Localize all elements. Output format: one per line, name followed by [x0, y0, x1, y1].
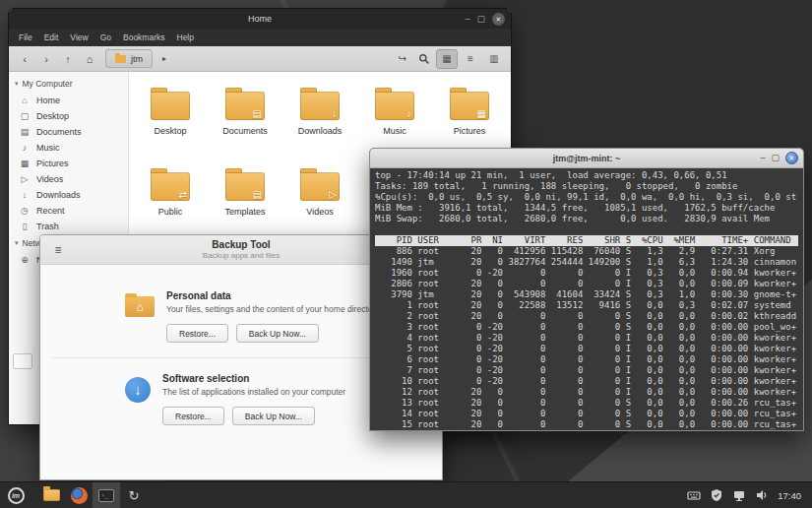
- sidebar-item-label: Music: [36, 143, 60, 153]
- backup-personal-button[interactable]: Back Up Now...: [236, 324, 319, 343]
- sidebar-view-toggle[interactable]: [13, 353, 32, 369]
- breadcrumb-label: jtm: [131, 54, 143, 64]
- backup-tool-subtitle: Backup apps and files: [203, 251, 280, 260]
- taskbar: lm ›_ ↻ 17:40: [0, 481, 812, 508]
- network-icon[interactable]: [732, 488, 746, 502]
- home-button[interactable]: ⌂: [80, 49, 99, 69]
- folder-item[interactable]: Desktop: [133, 82, 208, 162]
- back-button[interactable]: ‹: [15, 49, 34, 69]
- sidebar-item[interactable]: ▢ Desktop: [9, 108, 128, 124]
- restore-personal-button[interactable]: Restore...: [166, 324, 228, 343]
- restore-software-button[interactable]: Restore...: [162, 407, 224, 425]
- folder-item[interactable]: ↓ Downloads: [282, 82, 357, 162]
- location-entry-toggle-icon[interactable]: ↪: [393, 49, 412, 69]
- up-button[interactable]: ↑: [58, 49, 78, 69]
- file-manager-titlebar[interactable]: Home – ▢ ✕: [9, 9, 511, 29]
- close-button[interactable]: ✕: [492, 13, 505, 26]
- process-row: 14 root 20 0 0 0 0 S 0,0 0,0 0:00.00 rcu…: [375, 409, 798, 419]
- button-row: Restore... Back Up Now...: [162, 407, 345, 425]
- hamburger-menu-icon[interactable]: ≡: [48, 240, 68, 260]
- menu-item[interactable]: View: [64, 31, 94, 44]
- process-row: 3790 jtm 20 0 543908 41604 33424 S 0,3 1…: [375, 289, 798, 300]
- process-row: 3 root 0 -20 0 0 0 S 0,0 0,0 0:00.00 poo…: [375, 322, 798, 333]
- terminal-line: %Cpu(s): 0,0 us, 0,5 sy, 0,0 ni, 99,1 id…: [375, 192, 798, 203]
- folder-icon: ♪: [375, 92, 414, 120]
- sidebar-item[interactable]: ▷ Videos: [9, 171, 128, 187]
- backup-software-button[interactable]: Back Up Now...: [232, 407, 315, 425]
- backup-tool-title: Backup Tool: [212, 239, 270, 251]
- terminal-icon: ›_: [98, 489, 114, 502]
- top-process-table-header: PID USER PR NI VIRT RES SHR S %CPU %MEM …: [375, 235, 798, 246]
- folder-emblem-icon: ▤: [253, 189, 262, 200]
- minimize-button[interactable]: –: [465, 15, 469, 24]
- menubar: FileEditViewGoBookmarksHelp: [9, 29, 511, 46]
- compact-view-button[interactable]: ▥: [483, 49, 505, 69]
- window-controls: – ▢ ✕: [465, 9, 505, 29]
- firefox-launcher-button[interactable]: [65, 482, 93, 508]
- window-controls: – ▢ ✕: [760, 149, 798, 167]
- place-icon: ▢: [19, 111, 31, 121]
- folder-icon: ↓: [300, 92, 340, 120]
- sidebar-item[interactable]: ♪ Music: [9, 140, 128, 156]
- search-icon[interactable]: [414, 49, 434, 69]
- top-summary: top - 17:40:14 up 21 min, 1 user, load a…: [375, 170, 798, 235]
- volume-icon[interactable]: [755, 488, 769, 502]
- process-row: 1490 jtm 20 0 3827764 254444 149200 S 1,…: [375, 257, 798, 268]
- sidebar-item[interactable]: ▦ Pictures: [9, 156, 128, 171]
- terminal-window: jtm@jtm-mint: ~ – ▢ ✕ top - 17:40:14 up …: [369, 148, 804, 431]
- process-row: 4 root 0 -20 0 0 0 I 0,0 0,0 0:00.00 kwo…: [375, 333, 798, 344]
- place-icon: ♪: [19, 143, 31, 153]
- place-icon: ▤: [19, 127, 31, 137]
- menu-item[interactable]: File: [13, 31, 38, 44]
- home-icon: ⌂: [125, 296, 155, 317]
- place-icon: ⌂: [19, 95, 31, 105]
- forward-button[interactable]: ›: [36, 49, 56, 69]
- menu-item[interactable]: Go: [94, 31, 117, 44]
- update-shield-icon[interactable]: [710, 488, 723, 502]
- process-row: 1960 root 0 -20 0 0 0 I 0,3 0,0 0:00.94 …: [375, 268, 798, 279]
- close-button[interactable]: ✕: [785, 152, 798, 164]
- backup-tool-window-button[interactable]: ↻: [120, 482, 148, 508]
- folder-icon: [151, 92, 190, 120]
- sidebar-item-label: Pictures: [36, 159, 69, 168]
- list-view-button[interactable]: ≡: [460, 49, 481, 69]
- maximize-button[interactable]: ▢: [771, 154, 780, 162]
- terminal-window-button[interactable]: ›_: [93, 482, 120, 508]
- section-description: Your files, settings and the content of …: [166, 304, 380, 314]
- chevron-down-icon: ▾: [15, 239, 19, 247]
- sidebar-section-label: My Computer: [23, 79, 73, 89]
- process-row: 5 root 0 -20 0 0 0 I 0,0 0,0 0:00.00 kwo…: [375, 344, 798, 354]
- mint-menu-button[interactable]: lm: [2, 482, 30, 508]
- sidebar-item[interactable]: ↓ Downloads: [9, 187, 128, 203]
- section-title: Software selection: [162, 373, 345, 384]
- icon-view-button[interactable]: ▦: [436, 49, 458, 69]
- terminal-title: jtm@jtm-mint: ~: [553, 154, 621, 163]
- sidebar-item[interactable]: ▤ Documents: [9, 124, 128, 140]
- folder-item[interactable]: ▤ Templates: [208, 162, 282, 243]
- folder-icon: [115, 55, 126, 63]
- folder-item[interactable]: ▤ Documents: [208, 82, 282, 162]
- menu-item[interactable]: Help: [171, 31, 200, 44]
- folder-label: Desktop: [154, 126, 186, 136]
- menu-item[interactable]: Edit: [38, 31, 65, 44]
- breadcrumb[interactable]: jtm: [105, 49, 153, 68]
- sidebar-item[interactable]: ▯ Trash: [9, 219, 128, 234]
- menu-item[interactable]: Bookmarks: [117, 31, 171, 44]
- folder-emblem-icon: ▷: [329, 189, 337, 200]
- minimize-button[interactable]: –: [760, 154, 765, 162]
- maximize-button[interactable]: ▢: [476, 15, 485, 24]
- sidebar-item[interactable]: ◷ Recent: [9, 203, 128, 219]
- sidebar-items: ⌂ Home ▢ Desktop ▤ Documents ♪: [9, 93, 128, 234]
- files-window-button[interactable]: [37, 482, 65, 508]
- sidebar-section-computer[interactable]: ▾ My Computer: [9, 75, 128, 93]
- terminal-output[interactable]: top - 17:40:14 up 21 min, 1 user, load a…: [370, 168, 803, 430]
- breadcrumb-expander[interactable]: ▸: [155, 49, 174, 69]
- sidebar-item[interactable]: ⌂ Home: [9, 93, 128, 108]
- keyboard-indicator-icon[interactable]: [687, 488, 701, 502]
- folder-item[interactable]: ▷ Videos: [282, 162, 357, 243]
- folder-item[interactable]: ⇄ Public: [133, 162, 208, 243]
- button-row: Restore... Back Up Now...: [166, 324, 380, 343]
- terminal-titlebar[interactable]: jtm@jtm-mint: ~ – ▢ ✕: [370, 149, 803, 168]
- clock[interactable]: 17:40: [778, 490, 801, 501]
- folder-emblem-icon: ↓: [332, 108, 337, 119]
